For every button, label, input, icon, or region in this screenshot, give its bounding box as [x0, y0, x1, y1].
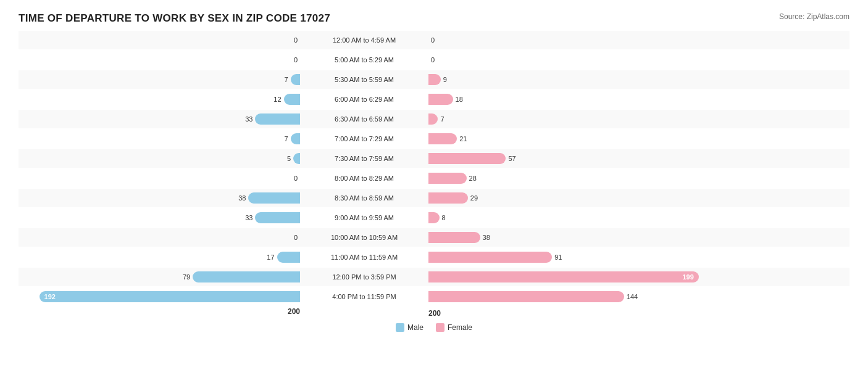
male-section: 79: [19, 271, 303, 282]
female-section: 0: [426, 54, 710, 65]
chart-row: 126:00 AM to 6:29 AM18: [19, 90, 849, 109]
male-value: 0: [283, 234, 298, 241]
male-section: 33: [19, 212, 303, 223]
title-row: TIME OF DEPARTURE TO WORK BY SEX IN ZIP …: [19, 12, 849, 25]
time-label: 12:00 PM to 3:59 PM: [303, 273, 426, 281]
female-value: 28: [469, 175, 484, 182]
male-value: 0: [283, 175, 298, 182]
male-section: 12: [19, 94, 303, 105]
time-label: 11:00 AM to 11:59 AM: [303, 254, 426, 261]
female-value: 8: [442, 214, 457, 221]
chart-container: TIME OF DEPARTURE TO WORK BY SEX IN ZIP …: [0, 0, 868, 367]
male-section: 0: [19, 173, 303, 184]
female-bar: [428, 252, 552, 263]
female-section: 29: [426, 192, 710, 204]
female-value: 29: [470, 194, 485, 202]
legend-female-label: Female: [448, 323, 472, 332]
male-bar: [255, 212, 300, 223]
chart-row: 77:00 AM to 7:29 AM21: [19, 130, 849, 148]
male-section: 7: [19, 74, 303, 85]
chart-row: 1711:00 AM to 11:59 AM91: [19, 248, 849, 266]
male-value: 33: [238, 115, 252, 123]
legend-row: Male Female: [19, 323, 849, 332]
female-section: 21: [426, 133, 710, 144]
chart-row: 336:30 AM to 6:59 AM7: [19, 110, 849, 128]
chart-row: 08:00 AM to 8:29 AM28: [19, 169, 849, 188]
male-section: 7: [19, 133, 303, 144]
chart-row: 388:30 AM to 8:59 AM29: [19, 189, 849, 207]
time-label: 9:00 AM to 9:59 AM: [303, 214, 426, 221]
chart-row: 7912:00 PM to 3:59 PM199: [19, 268, 849, 286]
male-bar: [291, 74, 300, 85]
female-section: 0: [426, 35, 710, 46]
legend-male-label: Male: [407, 323, 424, 332]
time-label: 8:00 AM to 8:29 AM: [303, 175, 426, 182]
female-bar: [428, 113, 438, 125]
source-text: Source: ZipAtlas.com: [779, 12, 849, 21]
bottom-scale: 200 200: [19, 307, 849, 318]
male-section: 38: [19, 192, 303, 204]
female-bar: [428, 74, 441, 85]
scale-left-200: 200: [288, 307, 300, 318]
male-section: 0: [19, 35, 303, 46]
female-value: 38: [483, 234, 498, 241]
time-label: 5:00 AM to 5:29 AM: [303, 56, 426, 64]
chart-title: TIME OF DEPARTURE TO WORK BY SEX IN ZIP …: [19, 12, 330, 25]
male-value: 17: [260, 254, 275, 261]
male-value: 7: [273, 76, 288, 83]
female-value: 7: [440, 115, 455, 123]
male-value: 5: [276, 155, 291, 162]
male-value: 79: [175, 273, 190, 281]
time-label: 12:00 AM to 4:59 AM: [303, 36, 426, 44]
female-value: 144: [627, 293, 641, 300]
male-bar: 192: [40, 291, 300, 302]
male-bar: [255, 113, 300, 125]
male-value: 12: [267, 96, 282, 103]
chart-area: 012:00 AM to 4:59 AM005:00 AM to 5:29 AM…: [19, 31, 849, 306]
female-section: 91: [426, 252, 710, 263]
female-section: 38: [426, 232, 710, 243]
chart-row: 05:00 AM to 5:29 AM0: [19, 51, 849, 69]
legend-male-box: [396, 323, 404, 332]
time-label: 10:00 AM to 10:59 AM: [303, 234, 426, 241]
male-value: 7: [273, 135, 288, 142]
male-section: 33: [19, 113, 303, 125]
male-bar: [291, 133, 300, 144]
female-section: 144: [426, 291, 710, 302]
female-section: 57: [426, 153, 710, 164]
female-section: 9: [426, 74, 710, 85]
time-label: 7:00 AM to 7:29 AM: [303, 135, 426, 142]
female-bar: [428, 192, 468, 204]
male-value: 0: [283, 56, 298, 64]
female-section: 18: [426, 94, 710, 105]
female-section: 8: [426, 212, 710, 223]
chart-row: 010:00 AM to 10:59 AM38: [19, 228, 849, 247]
scale-right-200: 200: [428, 309, 441, 318]
legend-male: Male: [396, 323, 424, 332]
female-bar: 199: [428, 271, 699, 282]
male-section: 0: [19, 54, 303, 65]
time-label: 7:30 AM to 7:59 AM: [303, 155, 426, 162]
male-bar: [293, 153, 300, 164]
female-bar: [428, 173, 467, 184]
chart-row: 57:30 AM to 7:59 AM57: [19, 149, 849, 168]
female-value: 57: [508, 155, 523, 162]
male-section: 192192: [19, 291, 303, 302]
female-value: 91: [554, 254, 569, 261]
chart-row: 339:00 AM to 9:59 AM8: [19, 208, 849, 227]
female-bar: [428, 153, 506, 164]
female-bar: [428, 232, 480, 243]
legend-female: Female: [436, 323, 472, 332]
female-value: 21: [459, 135, 474, 142]
male-section: 17: [19, 252, 303, 263]
female-bar: [428, 94, 453, 105]
male-bar: [277, 252, 300, 263]
chart-row: 1921924:00 PM to 11:59 PM144: [19, 287, 849, 306]
female-section: 28: [426, 173, 710, 184]
female-value: 18: [456, 96, 470, 103]
male-value: 38: [231, 194, 246, 202]
female-section: 7: [426, 113, 710, 125]
time-label: 8:30 AM to 8:59 AM: [303, 194, 426, 202]
time-label: 4:00 PM to 11:59 PM: [303, 293, 426, 300]
male-bar: [193, 271, 300, 282]
